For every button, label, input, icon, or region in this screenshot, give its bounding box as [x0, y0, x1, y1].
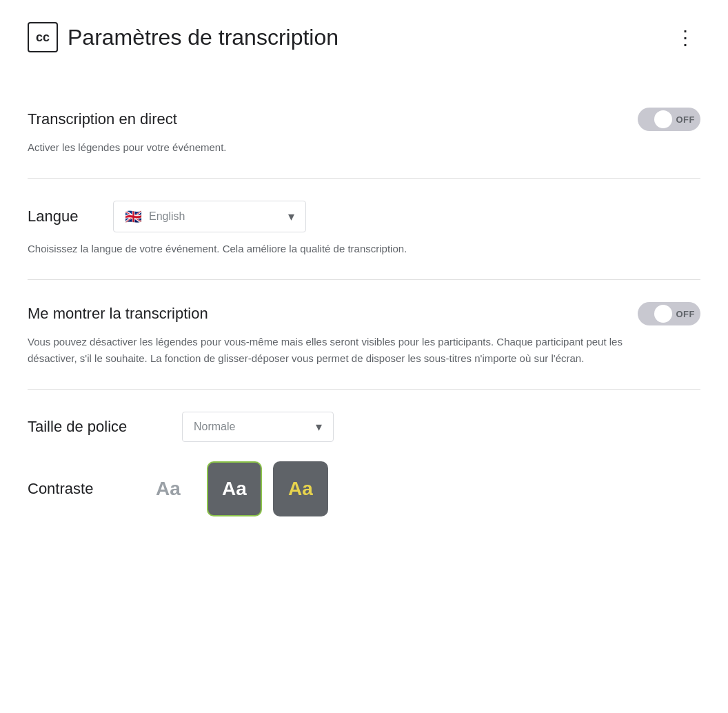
live-transcription-description: Activer les légendes pour votre événemen…: [28, 139, 662, 156]
cc-icon: cc: [28, 22, 58, 52]
show-transcription-toggle[interactable]: OFF: [638, 302, 701, 325]
language-title: Langue: [28, 208, 97, 225]
language-chevron-icon: ▾: [288, 209, 294, 224]
live-transcription-toggle[interactable]: OFF: [638, 108, 701, 131]
show-transcription-title: Me montrer la transcription: [28, 305, 208, 323]
page-title: Paramètres de transcription: [68, 25, 338, 50]
font-size-dropdown[interactable]: Normale ▾: [182, 412, 334, 442]
font-contrast-section: Taille de police Normale ▾ Contraste Aa …: [28, 390, 700, 539]
flag-icon: 🇬🇧: [125, 208, 142, 225]
live-transcription-section: Transcription en direct OFF Activer les …: [28, 86, 700, 179]
contrast-none-label: Aa: [156, 478, 181, 500]
show-transcription-section: Me montrer la transcription OFF Vous pou…: [28, 280, 700, 390]
header: cc Paramètres de transcription ⋮: [28, 22, 700, 52]
page-container: cc Paramètres de transcription ⋮ Transcr…: [0, 0, 728, 561]
show-transcription-description: Vous pouvez désactiver les légendes pour…: [28, 334, 662, 367]
show-transcription-row: Me montrer la transcription OFF: [28, 302, 700, 325]
language-description: Choisissez la langue de votre événement.…: [28, 241, 662, 257]
live-transcription-title: Transcription en direct: [28, 110, 177, 128]
language-dropdown[interactable]: 🇬🇧 English ▾: [113, 201, 306, 232]
font-size-title: Taille de police: [28, 418, 165, 436]
toggle-circle-2: [654, 305, 672, 323]
more-menu-icon[interactable]: ⋮: [670, 23, 700, 52]
toggle-off-label: OFF: [676, 114, 696, 125]
language-row: Langue 🇬🇧 English ▾: [28, 201, 700, 232]
contrast-option-dark[interactable]: Aa: [207, 461, 262, 516]
font-size-chevron-icon: ▾: [316, 419, 322, 434]
contrast-title: Contraste: [28, 480, 124, 498]
contrast-options: Aa Aa Aa: [141, 461, 328, 516]
language-section: Langue 🇬🇧 English ▾ Choisissez la langue…: [28, 179, 700, 280]
header-left: cc Paramètres de transcription: [28, 22, 338, 52]
contrast-dark-label: Aa: [222, 478, 247, 500]
contrast-option-dark-yellow[interactable]: Aa: [273, 461, 328, 516]
contrast-row: Contraste Aa Aa Aa: [28, 461, 700, 516]
show-transcription-toggle-label: OFF: [676, 309, 696, 319]
font-size-row: Taille de police Normale ▾: [28, 412, 700, 442]
toggle-circle: [654, 110, 672, 128]
contrast-dark-yellow-label: Aa: [288, 478, 313, 500]
contrast-option-none[interactable]: Aa: [141, 461, 196, 516]
language-value: English: [149, 210, 281, 223]
font-size-value: Normale: [194, 421, 309, 433]
live-transcription-row: Transcription en direct OFF: [28, 108, 700, 131]
